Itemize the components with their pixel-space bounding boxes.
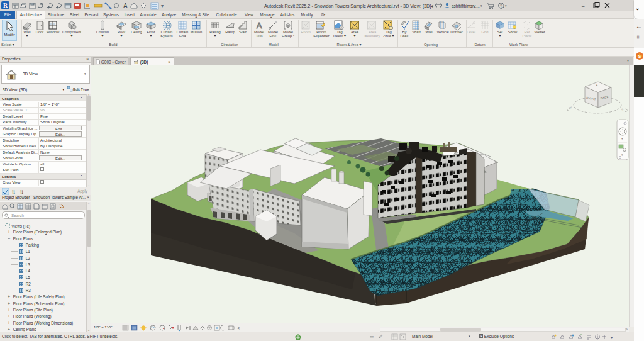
svg-text:Autodesk Revit 2025.2 - Snowdo: Autodesk Revit 2025.2 - Snowdon Towers S… (264, 3, 431, 9)
svg-text:–: – (582, 3, 585, 9)
svg-text:<: < (237, 326, 240, 330)
svg-text:A: A (257, 21, 262, 30)
svg-text:⇅: ⇅ (11, 189, 16, 195)
svg-text:▾: ▾ (480, 4, 482, 8)
svg-text:S: S (638, 54, 641, 59)
svg-text:▾: ▾ (505, 4, 507, 8)
svg-text:N: N (621, 108, 625, 111)
svg-text:W: W (569, 106, 572, 109)
svg-text:◄: ◄ (430, 4, 434, 8)
svg-text:?: ? (500, 4, 502, 8)
svg-text:▼: ▼ (609, 335, 614, 340)
svg-text:✦: ✦ (596, 84, 598, 87)
svg-text:▾: ▾ (161, 3, 164, 9)
svg-text:ashit@bimsrv....: ashit@bimsrv.... (452, 4, 480, 8)
svg-text:⇅: ⇅ (19, 189, 24, 195)
svg-text:R: R (3, 2, 8, 9)
svg-text:A: A (123, 3, 128, 9)
